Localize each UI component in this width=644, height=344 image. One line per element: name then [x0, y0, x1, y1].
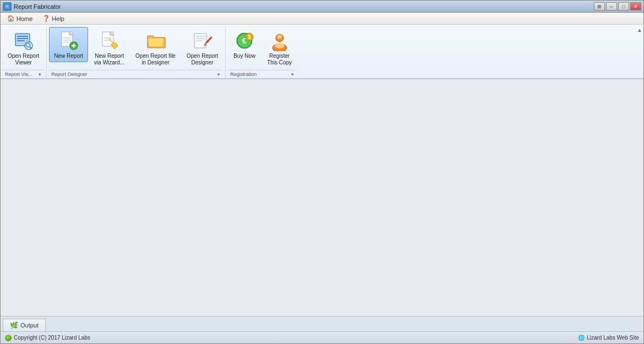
- designer-label: Open Report Designer: [187, 53, 218, 66]
- ribbon-collapse-button[interactable]: ▲: [637, 27, 642, 33]
- ribbon-buttons-registration: € $ Buy Now: [228, 27, 297, 69]
- group-arrow-registration[interactable]: ▼: [290, 72, 294, 77]
- website-icon: 🌐: [578, 335, 585, 341]
- ribbon-wrapper: Open Report Viewer Report Vie... ▼: [1, 25, 643, 78]
- new-report-icon: [58, 30, 80, 52]
- ribbon-group-report-designer: New Report: [47, 27, 226, 78]
- new-report-label: New Report: [54, 53, 83, 59]
- window-title: Report Fabricator: [14, 3, 61, 10]
- restore-button[interactable]: ⊞: [594, 2, 605, 10]
- menu-bar: 🏠 Home ❓ Help: [1, 13, 643, 25]
- menu-help[interactable]: ❓ Help: [38, 14, 69, 23]
- status-bar: Copyright (C) 2017 Lizard Labs 🌐 Lizard …: [1, 331, 643, 343]
- status-indicator: [5, 335, 12, 341]
- ribbon: Open Report Viewer Report Vie... ▼: [1, 25, 643, 79]
- copyright-text: Copyright (C) 2017 Lizard Labs: [14, 335, 90, 341]
- output-tab[interactable]: 🌿 Output: [3, 319, 46, 331]
- title-bar-left: R Report Fabricator: [3, 2, 61, 11]
- ribbon-group-report-viewer: Open Report Viewer Report Vie... ▼: [1, 27, 47, 78]
- designer-icon: [192, 30, 214, 52]
- help-icon: ❓: [42, 15, 50, 22]
- output-icon: 🌿: [10, 321, 18, 329]
- app-icon: R: [3, 2, 12, 11]
- open-report-viewer-button[interactable]: Open Report Viewer: [3, 27, 44, 69]
- maximize-button[interactable]: □: [618, 2, 629, 10]
- new-report-button[interactable]: New Report: [49, 27, 88, 62]
- open-report-file-button[interactable]: Open Report file in Designer: [130, 27, 181, 69]
- bottom-tabs: 🌿 Output: [1, 316, 643, 331]
- group-label-designer: Report Deisgner ▼: [49, 70, 223, 78]
- home-label: Home: [17, 15, 32, 22]
- website-link[interactable]: 🌐 Lizard Labs Web Site: [578, 335, 639, 341]
- svg-point-37: [277, 35, 282, 39]
- svg-point-38: [275, 43, 285, 48]
- svg-rect-9: [63, 37, 71, 39]
- register-label: Register This Copy: [267, 53, 292, 66]
- ribbon-buttons-viewer: Open Report Viewer: [3, 27, 44, 69]
- ribbon-buttons-designer: New Report: [49, 27, 223, 69]
- register-copy-button[interactable]: Register This Copy: [262, 27, 297, 69]
- svg-rect-24: [196, 38, 205, 39]
- website-label: Lizard Labs Web Site: [587, 335, 639, 341]
- close-button[interactable]: ✕: [630, 2, 641, 10]
- help-label: Help: [52, 15, 64, 22]
- ribbon-group-registration: € $ Buy Now: [226, 27, 299, 78]
- svg-rect-25: [196, 40, 203, 41]
- open-viewer-icon: [13, 30, 35, 52]
- wizard-icon: [99, 30, 121, 52]
- group-arrow-designer[interactable]: ▼: [216, 72, 221, 77]
- register-icon: [269, 30, 291, 52]
- main-window: R Report Fabricator ⊞ ─ □ ✕ 🏠 Home ❓ Hel…: [0, 0, 644, 344]
- output-label: Output: [20, 322, 39, 329]
- svg-point-21: [108, 39, 111, 41]
- group-label-viewer: Report Vie... ▼: [3, 70, 44, 78]
- title-bar: R Report Fabricator ⊞ ─ □ ✕: [1, 1, 643, 13]
- menu-home[interactable]: 🏠 Home: [3, 14, 37, 23]
- svg-text:$: $: [248, 34, 251, 40]
- open-file-icon: [145, 30, 167, 52]
- home-icon: 🏠: [7, 15, 15, 22]
- svg-rect-10: [63, 40, 71, 41]
- wizard-label: New Report via Wizard...: [94, 53, 124, 66]
- open-viewer-label: Open Report Viewer: [8, 53, 39, 66]
- svg-rect-23: [196, 36, 205, 37]
- group-arrow-viewer[interactable]: ▼: [37, 72, 42, 77]
- buy-icon: € $: [233, 30, 255, 52]
- svg-rect-17: [104, 37, 112, 39]
- buy-now-label: Buy Now: [233, 53, 255, 59]
- ribbon-groups: Open Report Viewer Report Vie... ▼: [1, 25, 299, 78]
- main-content-area: [1, 79, 643, 316]
- new-report-wizard-button[interactable]: New Report via Wizard...: [89, 27, 129, 69]
- buy-now-button[interactable]: € $ Buy Now: [228, 27, 261, 62]
- svg-rect-11: [63, 42, 69, 43]
- status-left: Copyright (C) 2017 Lizard Labs: [5, 335, 90, 341]
- open-file-label: Open Report file in Designer: [135, 53, 176, 66]
- svg-rect-1: [17, 36, 28, 37]
- open-report-designer-button[interactable]: Open Report Designer: [182, 27, 223, 69]
- svg-rect-2: [17, 38, 28, 39]
- window-controls: ⊞ ─ □ ✕: [594, 2, 641, 10]
- svg-rect-3: [17, 40, 25, 41]
- minimize-button[interactable]: ─: [606, 2, 617, 10]
- group-label-registration: Registration ▼: [228, 70, 297, 78]
